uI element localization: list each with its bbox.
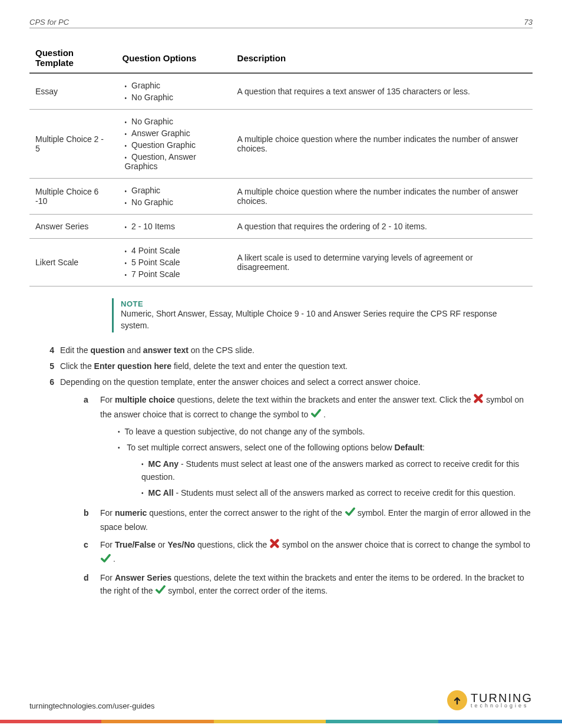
- cell-options: GraphicNo Graphic: [117, 179, 232, 215]
- cell-description: A question that requires the ordering of…: [232, 215, 533, 239]
- substeps-list: a For multiple choice questions, delete …: [60, 393, 533, 598]
- footer-url: turningtechnologies.com/user-guides: [29, 701, 154, 710]
- substep-d: d For Answer Series questions, delete th…: [84, 571, 533, 598]
- logo-sub-text: technologies: [471, 703, 533, 708]
- option-item: 2 - 10 Items: [125, 220, 226, 232]
- option-item: Graphic: [125, 80, 226, 91]
- col-options: Question Options: [117, 43, 232, 73]
- cell-description: A likert scale is used to determine vary…: [232, 239, 533, 286]
- table-row: EssayGraphicNo GraphicA question that re…: [29, 73, 533, 110]
- cell-description: A multiple choice question where the num…: [232, 179, 533, 215]
- check-mark-icon: [310, 409, 321, 421]
- cell-options: No GraphicAnswer GraphicQuestion Graphic…: [117, 110, 232, 179]
- cell-options: GraphicNo Graphic: [117, 73, 232, 110]
- x-mark-icon: [269, 538, 280, 552]
- bullet-mc-all: MC All - Students must select all of the…: [141, 485, 533, 500]
- option-item: 4 Point Scale: [125, 245, 226, 256]
- table-row: Likert Scale4 Point Scale5 Point Scale7 …: [29, 239, 533, 286]
- option-item: No Graphic: [125, 196, 226, 208]
- step-4: 4 Edit the question and answer text on t…: [41, 344, 533, 357]
- col-description: Description: [232, 43, 533, 73]
- bullet-multiple-correct: To set multiple correct answers, select …: [118, 440, 533, 502]
- table-row: Multiple Choice 2 - 5No GraphicAnswer Gr…: [29, 110, 533, 179]
- substep-c: c For True/False or Yes/No questions, cl…: [84, 538, 533, 566]
- step-6: 6 Depending on the question template, en…: [41, 376, 533, 603]
- cell-template: Answer Series: [29, 215, 117, 239]
- option-item: No Graphic: [125, 116, 226, 127]
- col-template: Question Template: [29, 43, 117, 73]
- steps-list: 4 Edit the question and answer text on t…: [29, 344, 533, 603]
- option-item: 7 Point Scale: [125, 268, 226, 280]
- option-item: No Graphic: [125, 91, 226, 103]
- logo-main-text: TURNING: [471, 693, 533, 703]
- substep-a: a For multiple choice questions, delete …: [84, 393, 533, 502]
- cell-options: 2 - 10 Items: [117, 215, 232, 239]
- option-item: 5 Point Scale: [125, 256, 226, 268]
- page-number: 73: [524, 18, 533, 27]
- footer-color-bar: [0, 720, 562, 723]
- doc-title: CPS for PC: [29, 18, 69, 27]
- check-mark-icon: [345, 507, 355, 520]
- option-item: Question, Answer Graphics: [125, 151, 226, 172]
- note-text: Numeric, Short Answer, Essay, Multiple C…: [121, 308, 513, 331]
- note-label: NOTE: [121, 299, 513, 308]
- table-row: Multiple Choice 6 -10GraphicNo GraphicA …: [29, 179, 533, 215]
- check-mark-icon: [100, 554, 111, 566]
- table-row: Answer Series2 - 10 ItemsA question that…: [29, 215, 533, 239]
- option-item: Graphic: [125, 185, 226, 196]
- option-item: Question Graphic: [125, 139, 226, 151]
- cell-description: A multiple choice question where the num…: [232, 110, 533, 179]
- logo-arrow-icon: [447, 690, 467, 710]
- question-template-table: Question Template Question Options Descr…: [29, 43, 533, 286]
- cell-template: Multiple Choice 6 -10: [29, 179, 117, 215]
- page-header: CPS for PC 73: [29, 18, 533, 28]
- bullet-mc-any: MC Any - Students must select at least o…: [141, 456, 533, 485]
- cell-template: Likert Scale: [29, 239, 117, 286]
- cell-options: 4 Point Scale5 Point Scale7 Point Scale: [117, 239, 232, 286]
- substep-b: b For numeric questions, enter the corre…: [84, 506, 533, 533]
- cell-template: Essay: [29, 73, 117, 110]
- page-footer: turningtechnologies.com/user-guides TURN…: [29, 690, 533, 710]
- cell-template: Multiple Choice 2 - 5: [29, 110, 117, 179]
- x-mark-icon: [473, 393, 484, 407]
- check-mark-icon: [155, 585, 166, 598]
- turning-logo: TURNING technologies: [447, 690, 533, 710]
- option-item: Answer Graphic: [125, 127, 226, 139]
- bullet-subjective: To leave a question subjective, do not c…: [118, 424, 533, 439]
- note-block: NOTE Numeric, Short Answer, Essay, Multi…: [112, 298, 513, 332]
- step-5: 5 Click the Enter question here field, d…: [41, 360, 533, 373]
- cell-description: A question that requires a text answer o…: [232, 73, 533, 110]
